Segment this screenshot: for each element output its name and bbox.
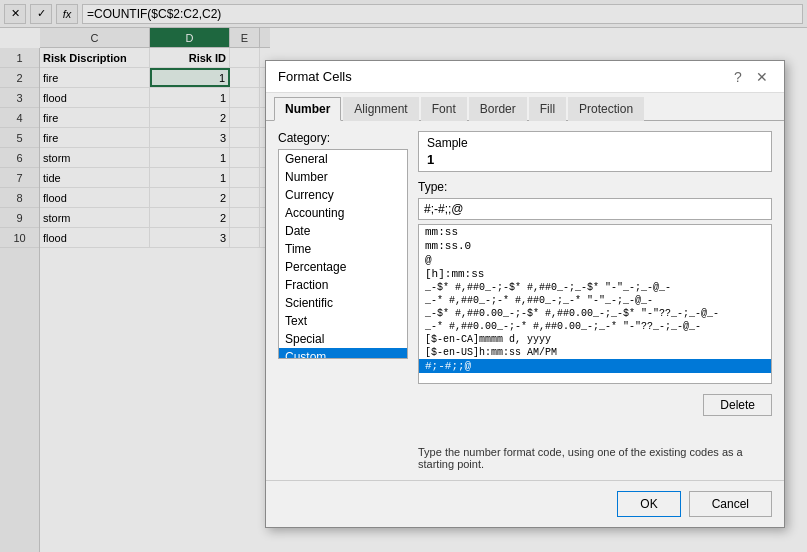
category-item[interactable]: Text — [279, 312, 407, 330]
category-item[interactable]: Scientific — [279, 294, 407, 312]
category-label: Category: — [278, 131, 408, 145]
type-list-item[interactable]: [$-en-CA]mmmm d, yyyy — [419, 333, 771, 346]
type-list-item[interactable]: mm:ss — [419, 225, 771, 239]
category-item-custom[interactable]: Custom — [279, 348, 407, 359]
close-button[interactable]: ✕ — [752, 67, 772, 87]
type-list-item[interactable]: [h]:mm:ss — [419, 267, 771, 281]
type-list[interactable]: mm:ss mm:ss.0 @ [h]:mm:ss _-$* #,##0_-;-… — [418, 224, 772, 384]
help-button[interactable]: ? — [728, 67, 748, 87]
tab-fill[interactable]: Fill — [529, 97, 566, 121]
category-item[interactable]: Number — [279, 168, 407, 186]
delete-button[interactable]: Delete — [703, 394, 772, 416]
type-list-item-selected[interactable]: #;-#;;@ — [419, 359, 771, 373]
category-item[interactable]: Fraction — [279, 276, 407, 294]
type-list-item[interactable]: [$-en-US]h:mm:ss AM/PM — [419, 346, 771, 359]
dialog-tabs: Number Alignment Font Border Fill Protec… — [266, 93, 784, 121]
type-list-container: mm:ss mm:ss.0 @ [h]:mm:ss _-$* #,##0_-;-… — [418, 224, 772, 384]
type-list-item[interactable]: @ — [419, 253, 771, 267]
format-section: Sample 1 Type: mm:ss mm:ss.0 @ [h]:mm:ss… — [418, 131, 772, 470]
type-list-item[interactable]: _-* #,##0_-;-* #,##0_-;_-* "-"_-;_-@_- — [419, 294, 771, 307]
dialog-body: Category: General Number Currency Accoun… — [278, 131, 772, 470]
type-input[interactable] — [418, 198, 772, 220]
cancel-button[interactable]: Cancel — [689, 491, 772, 517]
delete-section: Delete — [418, 388, 772, 416]
tab-font[interactable]: Font — [421, 97, 467, 121]
dialog-footer: OK Cancel — [266, 480, 784, 527]
type-label: Type: — [418, 180, 772, 194]
sample-box: Sample 1 — [418, 131, 772, 172]
dialog-titlebar-buttons: ? ✕ — [728, 67, 772, 87]
category-list[interactable]: General Number Currency Accounting Date … — [278, 149, 408, 359]
type-list-item[interactable]: _-$* #,##0_-;-$* #,##0_-;_-$* "-"_-;_-@_… — [419, 281, 771, 294]
hint-text: Type the number format code, using one o… — [418, 446, 772, 470]
category-item[interactable]: Special — [279, 330, 407, 348]
dialog-content: Category: General Number Currency Accoun… — [266, 121, 784, 480]
format-cells-dialog: Format Cells ? ✕ Number Alignment Font B… — [265, 60, 785, 528]
ok-button[interactable]: OK — [617, 491, 680, 517]
type-list-item[interactable]: _-$* #,##0.00_-;-$* #,##0.00_-;_-$* "-"?… — [419, 307, 771, 320]
tab-alignment[interactable]: Alignment — [343, 97, 418, 121]
category-item[interactable]: Date — [279, 222, 407, 240]
category-item[interactable]: General — [279, 150, 407, 168]
category-item[interactable]: Time — [279, 240, 407, 258]
sample-label: Sample — [427, 136, 763, 150]
dialog-title: Format Cells — [278, 69, 352, 84]
category-item[interactable]: Percentage — [279, 258, 407, 276]
tab-border[interactable]: Border — [469, 97, 527, 121]
sample-value: 1 — [427, 152, 763, 167]
type-list-item[interactable]: _-* #,##0.00_-;-* #,##0.00_-;_-* "-"??_-… — [419, 320, 771, 333]
type-list-item[interactable]: mm:ss.0 — [419, 239, 771, 253]
tab-number[interactable]: Number — [274, 97, 341, 121]
tab-protection[interactable]: Protection — [568, 97, 644, 121]
category-item[interactable]: Accounting — [279, 204, 407, 222]
dialog-titlebar: Format Cells ? ✕ — [266, 61, 784, 93]
category-item[interactable]: Currency — [279, 186, 407, 204]
category-section: Category: General Number Currency Accoun… — [278, 131, 408, 470]
